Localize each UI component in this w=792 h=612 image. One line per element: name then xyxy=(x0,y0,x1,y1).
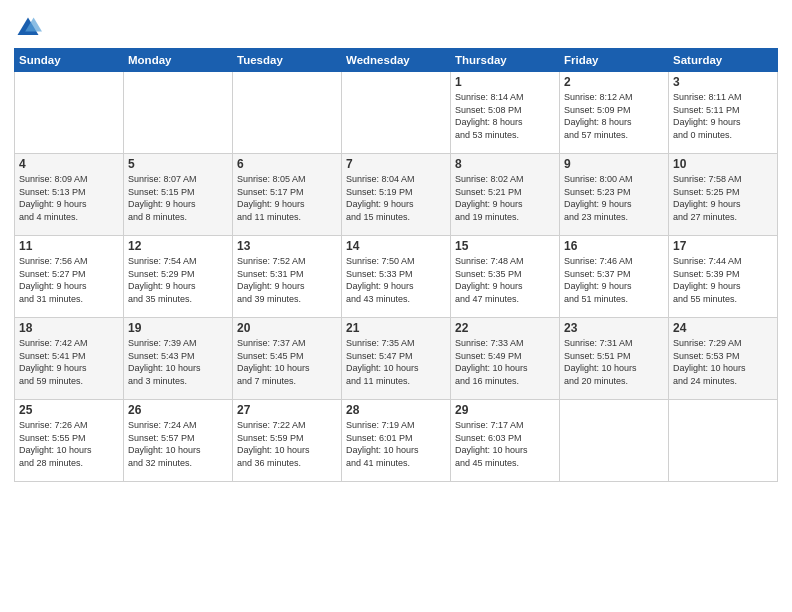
day-number: 28 xyxy=(346,403,446,417)
day-info: Sunrise: 7:48 AM Sunset: 5:35 PM Dayligh… xyxy=(455,255,555,305)
day-number: 10 xyxy=(673,157,773,171)
day-info: Sunrise: 8:02 AM Sunset: 5:21 PM Dayligh… xyxy=(455,173,555,223)
day-cell xyxy=(233,72,342,154)
day-cell xyxy=(669,400,778,482)
column-header-saturday: Saturday xyxy=(669,49,778,72)
day-number: 9 xyxy=(564,157,664,171)
day-info: Sunrise: 7:37 AM Sunset: 5:45 PM Dayligh… xyxy=(237,337,337,387)
day-cell: 3Sunrise: 8:11 AM Sunset: 5:11 PM Daylig… xyxy=(669,72,778,154)
week-row-4: 18Sunrise: 7:42 AM Sunset: 5:41 PM Dayli… xyxy=(15,318,778,400)
column-header-monday: Monday xyxy=(124,49,233,72)
day-info: Sunrise: 8:07 AM Sunset: 5:15 PM Dayligh… xyxy=(128,173,228,223)
day-info: Sunrise: 7:17 AM Sunset: 6:03 PM Dayligh… xyxy=(455,419,555,469)
day-number: 24 xyxy=(673,321,773,335)
day-info: Sunrise: 8:12 AM Sunset: 5:09 PM Dayligh… xyxy=(564,91,664,141)
day-number: 5 xyxy=(128,157,228,171)
day-info: Sunrise: 7:42 AM Sunset: 5:41 PM Dayligh… xyxy=(19,337,119,387)
day-info: Sunrise: 7:39 AM Sunset: 5:43 PM Dayligh… xyxy=(128,337,228,387)
day-info: Sunrise: 7:29 AM Sunset: 5:53 PM Dayligh… xyxy=(673,337,773,387)
day-cell: 24Sunrise: 7:29 AM Sunset: 5:53 PM Dayli… xyxy=(669,318,778,400)
day-number: 12 xyxy=(128,239,228,253)
day-cell xyxy=(15,72,124,154)
column-header-friday: Friday xyxy=(560,49,669,72)
day-info: Sunrise: 8:11 AM Sunset: 5:11 PM Dayligh… xyxy=(673,91,773,141)
day-number: 17 xyxy=(673,239,773,253)
column-header-tuesday: Tuesday xyxy=(233,49,342,72)
day-info: Sunrise: 7:52 AM Sunset: 5:31 PM Dayligh… xyxy=(237,255,337,305)
header-row: SundayMondayTuesdayWednesdayThursdayFrid… xyxy=(15,49,778,72)
day-cell: 16Sunrise: 7:46 AM Sunset: 5:37 PM Dayli… xyxy=(560,236,669,318)
column-header-wednesday: Wednesday xyxy=(342,49,451,72)
day-cell xyxy=(342,72,451,154)
day-info: Sunrise: 7:46 AM Sunset: 5:37 PM Dayligh… xyxy=(564,255,664,305)
week-row-3: 11Sunrise: 7:56 AM Sunset: 5:27 PM Dayli… xyxy=(15,236,778,318)
day-cell: 12Sunrise: 7:54 AM Sunset: 5:29 PM Dayli… xyxy=(124,236,233,318)
day-info: Sunrise: 7:33 AM Sunset: 5:49 PM Dayligh… xyxy=(455,337,555,387)
header-area xyxy=(14,10,778,42)
day-cell: 25Sunrise: 7:26 AM Sunset: 5:55 PM Dayli… xyxy=(15,400,124,482)
day-number: 22 xyxy=(455,321,555,335)
day-cell: 23Sunrise: 7:31 AM Sunset: 5:51 PM Dayli… xyxy=(560,318,669,400)
day-number: 15 xyxy=(455,239,555,253)
day-info: Sunrise: 7:50 AM Sunset: 5:33 PM Dayligh… xyxy=(346,255,446,305)
day-info: Sunrise: 8:14 AM Sunset: 5:08 PM Dayligh… xyxy=(455,91,555,141)
day-info: Sunrise: 8:05 AM Sunset: 5:17 PM Dayligh… xyxy=(237,173,337,223)
day-info: Sunrise: 7:24 AM Sunset: 5:57 PM Dayligh… xyxy=(128,419,228,469)
day-info: Sunrise: 7:44 AM Sunset: 5:39 PM Dayligh… xyxy=(673,255,773,305)
day-cell: 14Sunrise: 7:50 AM Sunset: 5:33 PM Dayli… xyxy=(342,236,451,318)
day-info: Sunrise: 7:19 AM Sunset: 6:01 PM Dayligh… xyxy=(346,419,446,469)
column-header-thursday: Thursday xyxy=(451,49,560,72)
calendar-table: SundayMondayTuesdayWednesdayThursdayFrid… xyxy=(14,48,778,482)
day-info: Sunrise: 7:26 AM Sunset: 5:55 PM Dayligh… xyxy=(19,419,119,469)
day-cell: 4Sunrise: 8:09 AM Sunset: 5:13 PM Daylig… xyxy=(15,154,124,236)
day-cell: 21Sunrise: 7:35 AM Sunset: 5:47 PM Dayli… xyxy=(342,318,451,400)
day-cell: 15Sunrise: 7:48 AM Sunset: 5:35 PM Dayli… xyxy=(451,236,560,318)
day-info: Sunrise: 7:54 AM Sunset: 5:29 PM Dayligh… xyxy=(128,255,228,305)
day-cell: 7Sunrise: 8:04 AM Sunset: 5:19 PM Daylig… xyxy=(342,154,451,236)
day-number: 18 xyxy=(19,321,119,335)
logo xyxy=(14,14,45,42)
day-cell: 1Sunrise: 8:14 AM Sunset: 5:08 PM Daylig… xyxy=(451,72,560,154)
day-cell: 20Sunrise: 7:37 AM Sunset: 5:45 PM Dayli… xyxy=(233,318,342,400)
day-number: 26 xyxy=(128,403,228,417)
day-number: 19 xyxy=(128,321,228,335)
day-number: 8 xyxy=(455,157,555,171)
day-number: 11 xyxy=(19,239,119,253)
day-cell xyxy=(124,72,233,154)
day-cell: 5Sunrise: 8:07 AM Sunset: 5:15 PM Daylig… xyxy=(124,154,233,236)
logo-icon xyxy=(14,14,42,42)
week-row-5: 25Sunrise: 7:26 AM Sunset: 5:55 PM Dayli… xyxy=(15,400,778,482)
day-cell: 9Sunrise: 8:00 AM Sunset: 5:23 PM Daylig… xyxy=(560,154,669,236)
day-cell: 26Sunrise: 7:24 AM Sunset: 5:57 PM Dayli… xyxy=(124,400,233,482)
calendar-body: 1Sunrise: 8:14 AM Sunset: 5:08 PM Daylig… xyxy=(15,72,778,482)
day-info: Sunrise: 7:35 AM Sunset: 5:47 PM Dayligh… xyxy=(346,337,446,387)
day-number: 16 xyxy=(564,239,664,253)
day-info: Sunrise: 8:00 AM Sunset: 5:23 PM Dayligh… xyxy=(564,173,664,223)
day-number: 23 xyxy=(564,321,664,335)
day-number: 3 xyxy=(673,75,773,89)
day-cell: 11Sunrise: 7:56 AM Sunset: 5:27 PM Dayli… xyxy=(15,236,124,318)
day-cell: 8Sunrise: 8:02 AM Sunset: 5:21 PM Daylig… xyxy=(451,154,560,236)
day-number: 13 xyxy=(237,239,337,253)
day-number: 2 xyxy=(564,75,664,89)
day-number: 1 xyxy=(455,75,555,89)
day-info: Sunrise: 7:31 AM Sunset: 5:51 PM Dayligh… xyxy=(564,337,664,387)
day-cell: 18Sunrise: 7:42 AM Sunset: 5:41 PM Dayli… xyxy=(15,318,124,400)
day-number: 27 xyxy=(237,403,337,417)
day-number: 14 xyxy=(346,239,446,253)
day-info: Sunrise: 7:22 AM Sunset: 5:59 PM Dayligh… xyxy=(237,419,337,469)
day-cell: 27Sunrise: 7:22 AM Sunset: 5:59 PM Dayli… xyxy=(233,400,342,482)
day-cell: 2Sunrise: 8:12 AM Sunset: 5:09 PM Daylig… xyxy=(560,72,669,154)
day-cell: 29Sunrise: 7:17 AM Sunset: 6:03 PM Dayli… xyxy=(451,400,560,482)
page: SundayMondayTuesdayWednesdayThursdayFrid… xyxy=(0,0,792,612)
calendar-header: SundayMondayTuesdayWednesdayThursdayFrid… xyxy=(15,49,778,72)
day-cell xyxy=(560,400,669,482)
day-number: 29 xyxy=(455,403,555,417)
day-info: Sunrise: 7:56 AM Sunset: 5:27 PM Dayligh… xyxy=(19,255,119,305)
day-cell: 6Sunrise: 8:05 AM Sunset: 5:17 PM Daylig… xyxy=(233,154,342,236)
day-number: 7 xyxy=(346,157,446,171)
week-row-2: 4Sunrise: 8:09 AM Sunset: 5:13 PM Daylig… xyxy=(15,154,778,236)
day-number: 21 xyxy=(346,321,446,335)
day-info: Sunrise: 8:04 AM Sunset: 5:19 PM Dayligh… xyxy=(346,173,446,223)
day-cell: 13Sunrise: 7:52 AM Sunset: 5:31 PM Dayli… xyxy=(233,236,342,318)
